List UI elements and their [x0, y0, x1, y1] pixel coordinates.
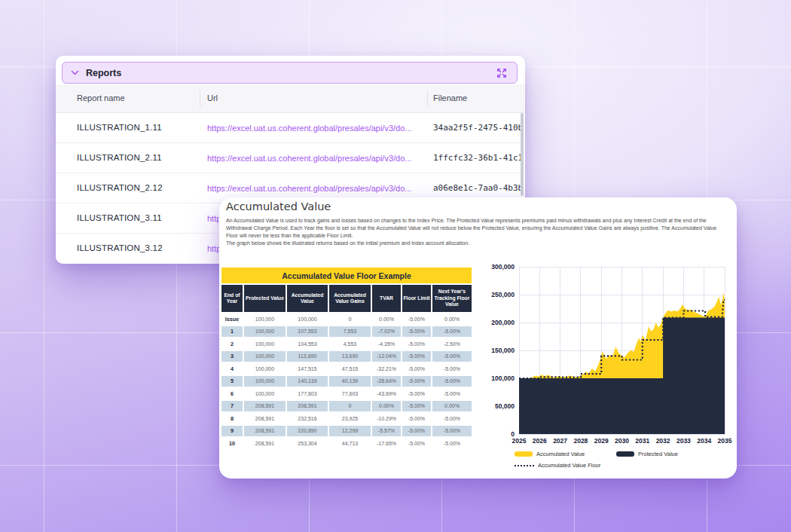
floor-table-cell: -10.29% [372, 413, 401, 424]
floor-table-cell: -5.00% [402, 313, 431, 325]
floor-table-cell: -28.64% [372, 376, 401, 387]
floor-table-title: Accumulated Value Floor Example [221, 268, 472, 283]
floor-table-cell: 107,553 [287, 326, 328, 338]
chevron-down-icon[interactable] [71, 70, 79, 76]
floor-table-cell: 0 [329, 313, 371, 325]
report-name: ILLUSTRATION_2.11 [77, 153, 162, 162]
floor-table-cell: -12.04% [372, 351, 401, 362]
legend-label: Protected Value [638, 451, 678, 457]
floor-table-cell: 0.00% [432, 313, 472, 325]
floor-table-column-header: Accumulated Value [287, 285, 328, 312]
report-filename: 34aa2f5f-2475-410b [433, 123, 524, 133]
floor-table-cell: 100,000 [244, 313, 286, 325]
floor-table-cell: 100,000 [244, 338, 286, 350]
report-filename: a06e8e1c-7aa0-4b3b [433, 183, 524, 193]
floor-table-cell: 208,591 [244, 401, 286, 412]
floor-table-cell: 23,925 [329, 413, 371, 424]
floor-table-cell: 1 [221, 326, 243, 338]
floor-table: Accumulated Value Floor ExampleEnd of Ye… [221, 268, 472, 449]
floor-table-cell: 232,516 [287, 413, 328, 424]
report-url-link[interactable]: https://excel.uat.us.coherent.global/pre… [207, 184, 423, 193]
floor-table-cell: 5 [221, 376, 243, 387]
floor-table-cell: 13,690 [329, 351, 371, 362]
svg-text:2028: 2028 [573, 437, 588, 445]
svg-text:2034: 2034 [697, 437, 711, 445]
svg-text:300,000: 300,000 [491, 263, 515, 271]
vertical-scrollbar[interactable] [521, 113, 524, 196]
floor-table-cell: -5.00% [432, 413, 472, 424]
svg-text:50,000: 50,000 [495, 402, 515, 410]
floor-table-cell: 208,591 [244, 438, 286, 449]
report-name: ILLUSTRATION_3.12 [77, 243, 163, 252]
svg-text:250,000: 250,000 [491, 291, 515, 298]
report-url-link[interactable]: https://excel.uat.us.coherent.global/pre… [207, 154, 423, 163]
expand-icon[interactable] [496, 67, 508, 79]
column-header-url: Url [207, 93, 218, 102]
floor-table-cell: 3 [221, 351, 243, 362]
floor-table-cell: 208,591 [244, 413, 286, 424]
svg-text:2031: 2031 [635, 437, 649, 445]
table-row[interactable]: ILLUSTRATION_1.11 https://excel.uat.us.c… [56, 113, 525, 143]
floor-table-cell: 113,690 [287, 351, 328, 362]
floor-table-cell: 7 [221, 401, 243, 412]
column-header-report-name: Report name [77, 93, 125, 102]
floor-table-cell: -32.21% [372, 363, 401, 375]
floor-table-cell: 10 [221, 438, 243, 449]
floor-table-cell: -5.00% [432, 363, 472, 375]
svg-text:200,000: 200,000 [491, 319, 515, 326]
floor-chart: 050,000100,000150,000200,000250,000300,0… [486, 260, 734, 448]
floor-table-cell: 100,000 [244, 388, 286, 399]
floor-table-cell: -5.57% [372, 426, 401, 437]
svg-text:2033: 2033 [676, 437, 691, 445]
report-url-link[interactable]: https://excel.uat.us.coherent.global/pre… [207, 124, 423, 133]
floor-table-cell: -5.00% [402, 388, 431, 399]
floor-table-cell: -5.00% [432, 388, 472, 399]
floor-table-cell: 177,603 [287, 388, 328, 399]
floor-table-cell: 0.00% [432, 401, 472, 412]
floor-table-cell: -5.00% [402, 438, 431, 449]
floor-table-cell: -2.50% [432, 338, 472, 350]
svg-text:2025: 2025 [512, 437, 527, 445]
floor-table-cell: -5.00% [402, 401, 431, 412]
floor-table-cell: -5.00% [432, 351, 472, 362]
floor-table-cell: 0.00% [372, 401, 401, 412]
column-header-filename: Filename [433, 93, 467, 102]
floor-table-cell: -5.00% [432, 426, 472, 437]
floor-table-cell: 47,515 [329, 363, 371, 375]
description-paragraph: An Accumulated Value is used to track ga… [226, 217, 728, 240]
floor-table-cell: 100,000 [244, 351, 286, 362]
floor-table-cell: 44,713 [329, 438, 371, 449]
svg-text:2026: 2026 [533, 437, 547, 445]
legend-swatch-accumulated-value [515, 451, 533, 457]
floor-table-cell: -5.00% [432, 326, 472, 338]
floor-table-column-header: Protected Value [244, 285, 286, 312]
floor-table-cell: -5.00% [402, 338, 431, 350]
chart-legend: Accumulated Value Protected Value Accumu… [515, 448, 733, 471]
floor-table-cell: 8 [221, 413, 243, 424]
report-name: ILLUSTRATION_3.11 [77, 213, 162, 222]
floor-table-cell: 100,000 [244, 376, 286, 387]
column-divider [427, 90, 428, 107]
floor-table-cell: 2 [221, 338, 243, 350]
floor-table-column-header: Next Year's Tracking Floor Value [432, 285, 472, 312]
reports-table-header: Report name Url Filename [56, 84, 525, 113]
floor-table-cell: 6 [221, 388, 243, 399]
svg-text:2035: 2035 [718, 437, 732, 445]
floor-table-cell: -5.00% [402, 363, 431, 375]
desktop-background: Reports Report name Url Filename I [0, 0, 791, 532]
floor-table-cell: Issue [221, 313, 243, 325]
floor-table-cell: 100,000 [244, 363, 286, 375]
floor-table-cell: 208,591 [244, 426, 286, 437]
floor-table-cell: 77,603 [329, 388, 371, 399]
floor-table-cell: 9 [221, 426, 243, 437]
floor-table-cell: -5.00% [402, 413, 431, 424]
table-row[interactable]: ILLUSTRATION_2.11 https://excel.uat.us.c… [56, 143, 525, 173]
floor-table-column-header: Accumulated Value Gains [329, 285, 371, 312]
floor-table-cell: 147,515 [287, 363, 328, 375]
report-name: ILLUSTRATION_2.12 [77, 183, 163, 192]
floor-table-cell: 12,299 [329, 426, 371, 437]
floor-table-cell: -7.02% [372, 326, 401, 338]
floor-table-cell: -43.69% [372, 388, 401, 399]
floor-table-cell: 100,000 [244, 326, 286, 338]
reports-panel-header[interactable]: Reports [62, 62, 518, 84]
